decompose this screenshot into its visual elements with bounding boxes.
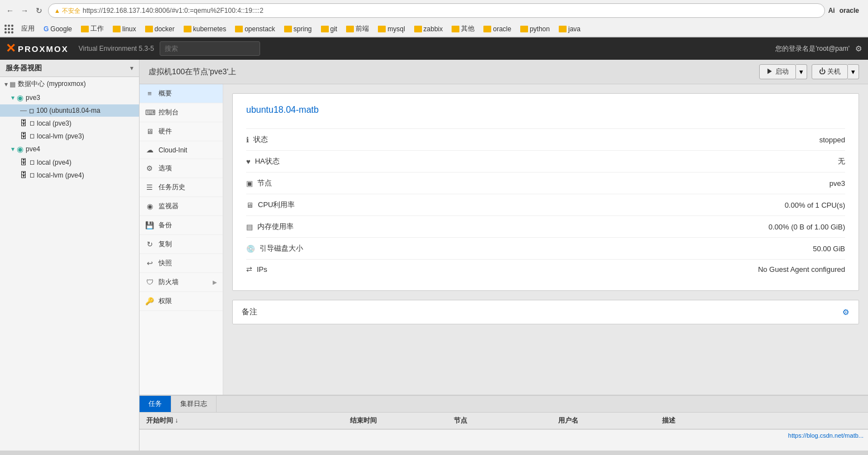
bookmark-spring[interactable]: spring [281,24,315,34]
bookmark-work[interactable]: 工作 [78,23,107,35]
nav-item-task-history[interactable]: ☰ 任务历史 [140,178,223,197]
node-label: ▣ 节点 [246,178,358,188]
back-button[interactable]: ← [4,5,16,16]
gear-icon[interactable]: ⚙ [855,44,862,53]
bookmark-zabbix[interactable]: zabbix [411,24,447,34]
info-row-status: ℹ 状态 stopped [246,128,845,150]
storage-locallvm-pve3-label: local-lvm (pve3) [37,132,84,140]
datacenter-label: 数据中心 (myproxmox) [18,79,85,89]
forward-button[interactable]: → [19,5,30,16]
folder-icon [235,26,243,32]
bookmark-mysql[interactable]: mysql [375,24,408,34]
status-value: stopped [358,136,845,144]
folder-icon [520,26,528,32]
cloud-init-label: Cloud-Init [159,146,187,154]
nav-item-cloud-init[interactable]: ☁ Cloud-Init [140,141,223,159]
storage-local-pve3-label: local (pve3) [37,119,71,127]
ext-ai[interactable]: Ai [828,7,835,15]
bookmark-java[interactable]: java [555,24,584,34]
nav-item-backup[interactable]: 💾 备份 [140,216,223,235]
node-pve3-icon: ▾ [11,94,15,102]
ext-oracle[interactable]: oracle [840,7,859,15]
nav-item-monitor[interactable]: ◉ 监视器 [140,197,223,216]
sidebar-arrow-icon[interactable]: ▾ [130,64,133,72]
tree-node-pve3[interactable]: ▾ ◉ pve3 [0,91,139,104]
task-history-label: 任务历史 [159,183,185,192]
bookmark-other[interactable]: 其他 [448,23,478,35]
bookmark-kubernetes[interactable]: kubernetes [180,24,229,34]
bookmark-linux[interactable]: linux [109,24,140,34]
content-area: 虚拟机100在节点'pve3'上 ▶ 启动 ▾ ⏻ 关机 ▾ [140,60,868,451]
firewall-icon: 🛡 [145,278,154,286]
start-btn-group: ▶ 启动 ▾ [759,64,807,79]
permissions-icon: 🔑 [145,297,154,305]
search-input[interactable] [160,41,260,56]
bookmark-docker[interactable]: docker [142,24,178,34]
stop-button[interactable]: ⏻ 关机 [812,64,848,79]
bookmark-google[interactable]: G Google [40,24,75,34]
tree-storage-local-pve4[interactable]: 🗄 ◻ local (pve4) [0,156,139,169]
tree-storage-locallvm-pve4[interactable]: 🗄 ◻ local-lvm (pve4) [0,169,139,181]
nav-item-permissions[interactable]: 🔑 权限 [140,292,223,311]
folder-icon [284,26,292,32]
main-area: 服务器视图 ▾ ▾ ▦ 数据中心 (myproxmox) ▾ ◉ pve3 — … [0,60,868,451]
col-start-time: 开始时间 ↓ [144,416,348,425]
nav-item-replicate[interactable]: ↻ 复制 [140,235,223,254]
sidebar: 服务器视图 ▾ ▾ ▦ 数据中心 (myproxmox) ▾ ◉ pve3 — … [0,60,140,451]
start-dropdown[interactable]: ▾ [796,64,807,79]
storage-icon: 🗄 [20,119,27,127]
vm-summary-card: ubuntu18.04-matb ℹ 状态 stopped [232,93,859,291]
tab-cluster-log[interactable]: 集群日志 [171,396,217,412]
replicate-label: 复制 [159,240,172,249]
bookmark-python[interactable]: python [517,24,553,34]
nav-item-hardware[interactable]: 🖥 硬件 [140,122,223,141]
bottom-table-header: 开始时间 ↓ 结束时间 节点 用户名 描述 [140,413,868,429]
tree-storage-locallvm-pve3[interactable]: 🗄 ◻ local-lvm (pve3) [0,130,139,142]
node-info-icon: ▣ [246,179,253,188]
ha-label: ♥ HA状态 [246,156,358,166]
nav-item-console[interactable]: ⌨ 控制台 [140,103,223,122]
node-pve4-collapse: ▾ [11,145,15,153]
folder-icon [414,26,422,32]
notes-gear-icon[interactable]: ⚙ [842,308,850,317]
folder-icon [145,26,153,32]
nav-item-options[interactable]: ⚙ 选项 [140,159,223,178]
tree-node-pve4[interactable]: ▾ ◉ pve4 [0,142,139,156]
vm-100-label: 100 (ubuntu18.04-ma [36,107,100,114]
address-bar[interactable]: ▲ 不安全 https://192.168.137.140:8006/#v1:0… [48,3,825,18]
tab-tasks[interactable]: 任务 [140,396,171,412]
bottom-panel: 任务 集群日志 开始时间 ↓ 结束时间 节点 用户名 描述 https://bl… [140,395,868,451]
refresh-button[interactable]: ↻ [33,5,45,16]
ha-value: 无 [358,156,845,166]
storage-lvm-icon: 🗄 [20,132,27,140]
status-icon: ℹ [246,136,249,144]
stop-dropdown[interactable]: ▾ [848,64,859,79]
tree-storage-local-pve3[interactable]: 🗄 ◻ local (pve3) [0,117,139,130]
tree-vm-100[interactable]: — ◻ 100 (ubuntu18.04-ma [0,104,139,117]
replicate-icon: ↻ [145,240,154,248]
storage-shape: ◻ [30,119,35,127]
bookmark-frontend[interactable]: 前端 [343,23,372,35]
sidebar-view-label: 服务器视图 [6,63,42,73]
folder-icon [483,26,491,32]
nav-item-snapshot[interactable]: ↩ 快照 [140,254,223,273]
nav-item-firewall[interactable]: 🛡 防火墙 ▶ [140,273,223,292]
apps-icon[interactable] [4,25,13,33]
hardware-icon: 🖥 [145,127,154,136]
tree-datacenter[interactable]: ▾ ▦ 数据中心 (myproxmox) [0,77,139,91]
permissions-label: 权限 [159,296,172,306]
bookmark-apps[interactable]: 应用 [18,23,38,35]
firewall-arrow-icon: ▶ [213,279,217,285]
storage-local-pve4-shape: ◻ [30,159,35,166]
bookmark-openstack[interactable]: openstack [232,24,279,34]
bookmark-git[interactable]: git [318,24,341,34]
info-row-node: ▣ 节点 pve3 [246,172,845,194]
bookmark-oracle[interactable]: oracle [480,24,515,34]
pve-logo: ✕ PROXMOX [6,41,69,56]
col-node: 节点 [452,416,555,425]
folder-icon [378,26,386,32]
col-end-time: 结束时间 [348,416,452,425]
node-pve3-label: pve3 [26,94,40,102]
nav-item-summary[interactable]: ≡ 概要 [140,84,223,103]
start-button[interactable]: ▶ 启动 [759,64,795,79]
